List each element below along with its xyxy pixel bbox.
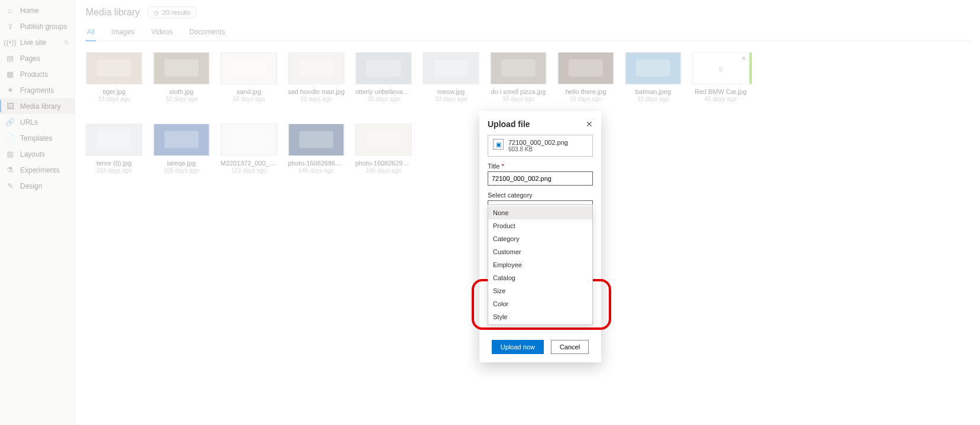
cancel-button[interactable]: Cancel	[551, 340, 589, 354]
category-option-catalog[interactable]: Catalog	[488, 271, 592, 284]
upload-file-modal: Upload file ✕ ▣ 72100_000_002.png 603.8 …	[479, 111, 601, 362]
category-option-size[interactable]: Size	[488, 284, 592, 297]
title-input[interactable]	[488, 171, 593, 186]
category-option-product[interactable]: Product	[488, 219, 592, 232]
file-size: 603.8 KB	[508, 146, 568, 153]
category-label: Select category	[488, 192, 593, 199]
category-option-style[interactable]: Style	[488, 310, 592, 323]
title-label: Title *	[488, 163, 593, 170]
title-label-text: Title	[488, 163, 499, 170]
category-option-none[interactable]: None	[488, 206, 592, 219]
category-option-category[interactable]: Category	[488, 232, 592, 245]
category-option-customer[interactable]: Customer	[488, 245, 592, 258]
file-name: 72100_000_002.png	[508, 139, 568, 146]
image-file-icon: ▣	[493, 139, 504, 150]
required-mark: *	[501, 163, 504, 170]
modal-title: Upload file	[488, 119, 530, 129]
category-option-employee[interactable]: Employee	[488, 258, 592, 271]
upload-now-button[interactable]: Upload now	[492, 340, 544, 354]
category-dropdown: NoneProductCategoryCustomerEmployeeCatal…	[488, 205, 593, 325]
category-option-color[interactable]: Color	[488, 297, 592, 310]
file-chip: ▣ 72100_000_002.png 603.8 KB	[488, 135, 593, 157]
close-icon[interactable]: ✕	[586, 119, 593, 129]
